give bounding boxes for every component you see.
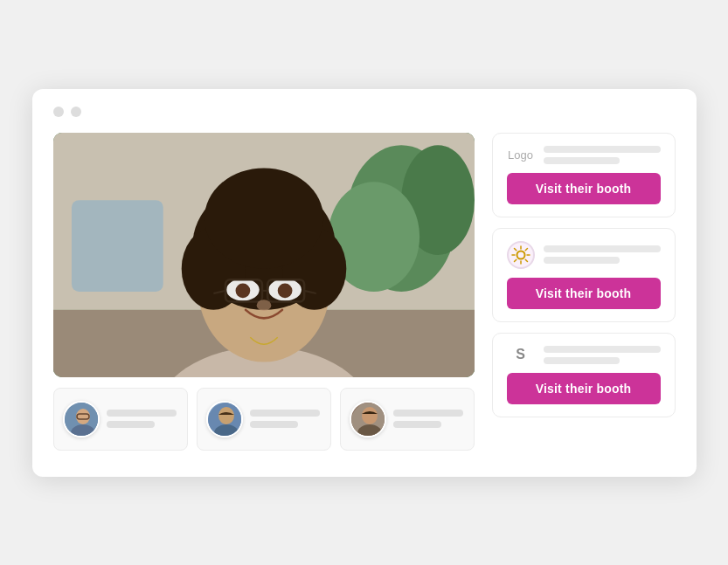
thumb-line-1a bbox=[107, 410, 177, 417]
svg-point-34 bbox=[517, 251, 524, 258]
svg-rect-5 bbox=[71, 200, 163, 292]
svg-point-23 bbox=[256, 300, 271, 311]
sponsor-2-lines bbox=[544, 245, 661, 264]
svg-line-39 bbox=[514, 248, 516, 250]
thumbnail-row bbox=[53, 388, 475, 451]
thumbnail-card-1[interactable] bbox=[53, 388, 188, 451]
sponsor-1-line-2 bbox=[544, 157, 620, 164]
sponsor-card-1: Logo Visit their booth bbox=[492, 133, 676, 217]
main-video-area bbox=[53, 133, 475, 377]
svg-line-41 bbox=[525, 248, 527, 250]
thumbnail-card-2[interactable] bbox=[197, 388, 331, 451]
sponsor-3-logo-label: S bbox=[507, 347, 535, 362]
thumbnail-card-3[interactable] bbox=[340, 388, 475, 451]
window-dot-2 bbox=[71, 107, 81, 117]
svg-point-13 bbox=[204, 168, 322, 268]
sponsor-2-line-1 bbox=[544, 245, 661, 252]
thumb-line-2b bbox=[250, 421, 298, 428]
sponsor-3-header: S bbox=[507, 346, 661, 364]
visit-booth-button-1[interactable]: Visit their booth bbox=[507, 173, 661, 204]
sponsor-1-logo-label: Logo bbox=[507, 148, 535, 162]
thumb-line-1b bbox=[107, 421, 155, 428]
svg-point-21 bbox=[235, 283, 250, 298]
sponsor-2-line-2 bbox=[544, 257, 620, 264]
window-controls bbox=[53, 107, 676, 117]
svg-point-22 bbox=[277, 283, 292, 298]
sponsor-card-2: Visit their booth bbox=[492, 228, 676, 322]
svg-line-40 bbox=[525, 259, 527, 261]
sponsor-1-lines bbox=[544, 146, 661, 164]
visit-booth-button-3[interactable]: Visit their booth bbox=[507, 373, 661, 404]
avatar-3 bbox=[350, 401, 386, 438]
sponsor-3-lines bbox=[544, 346, 661, 364]
svg-point-32 bbox=[362, 407, 378, 424]
app-window: Logo Visit their booth bbox=[32, 89, 697, 477]
thumb-line-3b bbox=[393, 421, 441, 428]
svg-point-29 bbox=[218, 407, 234, 424]
thumb-line-2a bbox=[250, 410, 320, 417]
thumb-text-3 bbox=[393, 410, 463, 428]
sponsor-1-header: Logo bbox=[507, 146, 661, 164]
sponsor-3-line-2 bbox=[544, 357, 620, 364]
speaker-photo bbox=[53, 133, 475, 377]
sponsor-card-3: S Visit their booth bbox=[492, 333, 676, 417]
visit-booth-button-2[interactable]: Visit their booth bbox=[507, 278, 661, 309]
thumb-line-3a bbox=[393, 410, 463, 417]
sponsor-2-header bbox=[507, 241, 661, 269]
right-panel: Logo Visit their booth bbox=[492, 133, 676, 451]
main-content: Logo Visit their booth bbox=[53, 133, 676, 451]
sponsor-1-line-1 bbox=[544, 146, 661, 153]
sponsor-3-line-1 bbox=[544, 346, 661, 353]
sponsor-2-logo-icon bbox=[507, 241, 535, 269]
avatar-1 bbox=[63, 401, 100, 438]
thumb-text-2 bbox=[250, 410, 320, 428]
svg-line-42 bbox=[514, 259, 516, 261]
left-panel bbox=[53, 133, 475, 451]
svg-point-25 bbox=[76, 409, 90, 424]
thumb-text-1 bbox=[107, 410, 177, 428]
window-dot-1 bbox=[53, 107, 64, 117]
avatar-2 bbox=[206, 401, 243, 438]
